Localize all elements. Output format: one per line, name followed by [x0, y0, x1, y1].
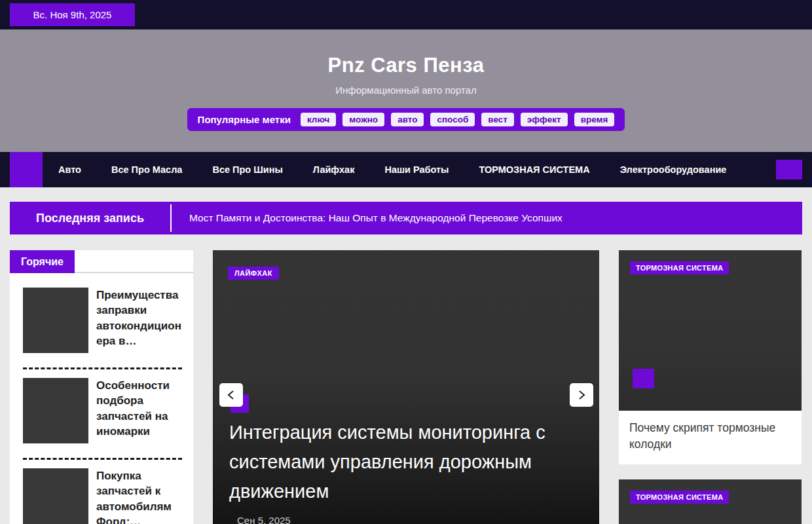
- home-button[interactable]: [10, 152, 43, 187]
- nav-items: АвтоВсе Про МаслаВсе Про ШиныЛайфхакНаши…: [58, 152, 726, 187]
- dashed-divider: [23, 367, 182, 369]
- site-header: Pnz Cars Пенза Информационный авто порта…: [0, 29, 812, 152]
- search-button[interactable]: [776, 160, 802, 179]
- site-tagline: Информационный авто портал: [0, 84, 812, 96]
- post-thumbnail: [23, 468, 88, 524]
- tag-pill[interactable]: способ: [430, 113, 475, 126]
- post-title: Особенности подбора запчастей на иномарк…: [96, 378, 182, 443]
- sidebar-post-card[interactable]: ТОРМОЗНАЯ СИСТЕМАПочему скрипят тормозны…: [619, 250, 802, 464]
- latest-post-label: Последняя запись: [10, 212, 170, 225]
- hot-posts-header: Горячие: [10, 250, 193, 273]
- tag-pill[interactable]: эффект: [521, 113, 568, 126]
- nav-item[interactable]: Все Про Масла: [111, 164, 182, 175]
- nav-item[interactable]: Наши Работы: [384, 164, 449, 175]
- date-badge: Вс. Ноя 9th, 2025: [10, 3, 135, 26]
- slider-post-title[interactable]: Интеграция системы мониторинга с система…: [229, 418, 588, 506]
- popular-tags-label: Популярные метки: [198, 114, 291, 125]
- post-thumbnail: [23, 288, 88, 353]
- slider-category-badge[interactable]: ЛАЙФХАК: [228, 267, 279, 280]
- hot-post-item[interactable]: Покупка запчастей к автомобилям Форд:…: [23, 468, 182, 524]
- decor-square: [633, 369, 654, 388]
- hot-posts-title: Горячие: [10, 250, 75, 273]
- sidebar-post-card[interactable]: ТОРМОЗНАЯ СИСТЕМА: [619, 479, 802, 524]
- hot-post-item[interactable]: Преимущества заправки автокондиционера в…: [23, 288, 182, 353]
- popular-tags-bar: Популярные метки ключможноавтоспособвест…: [187, 108, 625, 131]
- category-badge[interactable]: ТОРМОЗНАЯ СИСТЕМА: [630, 261, 729, 274]
- tag-pill[interactable]: авто: [391, 113, 424, 126]
- nav-item[interactable]: Электрооборудование: [620, 164, 727, 175]
- chevron-left-icon: [226, 390, 236, 400]
- nav-item[interactable]: ТОРМОЗНАЯ СИСТЕМА: [479, 164, 589, 175]
- content-area: Горячие Преимущества заправки автокондиц…: [10, 250, 802, 524]
- nav-item[interactable]: Авто: [58, 164, 81, 175]
- nav-item[interactable]: Все Про Шины: [212, 164, 282, 175]
- main-nav: АвтоВсе Про МаслаВсе Про ШиныЛайфхакНаши…: [0, 152, 812, 187]
- post-title: Преимущества заправки автокондиционера в…: [96, 288, 182, 353]
- right-sidebar: ТОРМОЗНАЯ СИСТЕМАПочему скрипят тормозны…: [619, 250, 802, 524]
- post-thumbnail: [23, 378, 88, 443]
- latest-post-bar: Последняя запись Мост Памяти и Достоинст…: [10, 202, 802, 234]
- featured-slider: ЛАЙФХАК Интеграция системы мониторинга с…: [213, 250, 599, 524]
- latest-post-link[interactable]: Мост Памяти и Достоинства: Наш Опыт в Ме…: [172, 212, 563, 224]
- post-image: ТОРМОЗНАЯ СИСТЕМА: [619, 479, 802, 524]
- tag-pill[interactable]: можно: [342, 113, 384, 126]
- hot-posts-list: Преимущества заправки автокондиционера в…: [10, 273, 193, 524]
- tag-pill[interactable]: ключ: [301, 113, 336, 126]
- dashed-divider: [23, 458, 182, 460]
- hot-posts-widget: Горячие Преимущества заправки автокондиц…: [10, 250, 193, 524]
- tag-list: ключможноавтоспособвестэффектвремя: [301, 113, 614, 126]
- chevron-right-icon: [576, 390, 587, 400]
- slider-prev-button[interactable]: [219, 383, 243, 407]
- topbar: Вс. Ноя 9th, 2025: [0, 0, 812, 29]
- post-title: Покупка запчастей к автомобилям Форд:…: [96, 468, 182, 524]
- slider-post-date: Сен 5, 2025: [237, 515, 291, 524]
- post-image: ТОРМОЗНАЯ СИСТЕМА: [619, 250, 802, 411]
- post-title[interactable]: Почему скрипят тормозные колодки: [619, 411, 802, 464]
- slider-next-button[interactable]: [570, 383, 593, 407]
- category-badge[interactable]: ТОРМОЗНАЯ СИСТЕМА: [630, 491, 729, 504]
- hot-post-item[interactable]: Особенности подбора запчастей на иномарк…: [23, 378, 182, 443]
- nav-item[interactable]: Лайфхак: [313, 164, 355, 175]
- site-title[interactable]: Pnz Cars Пенза: [0, 29, 812, 77]
- tag-pill[interactable]: время: [574, 113, 615, 126]
- tag-pill[interactable]: вест: [481, 113, 514, 126]
